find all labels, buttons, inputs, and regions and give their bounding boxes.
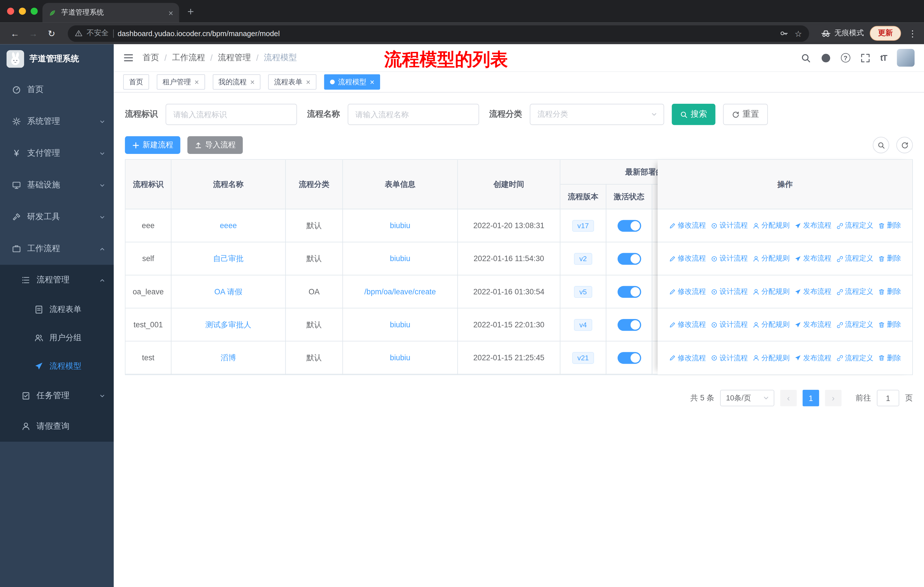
github-icon[interactable]	[821, 53, 831, 63]
show-search-toggle-button[interactable]	[873, 137, 889, 153]
delete-action[interactable]: 删除	[878, 220, 901, 230]
design-process-action[interactable]: 设计流程	[711, 353, 748, 363]
design-process-action[interactable]: 设计流程	[711, 319, 748, 330]
sidebar-item-leave-query[interactable]: 请假查询	[0, 411, 114, 441]
design-process-action[interactable]: 设计流程	[711, 287, 748, 297]
delete-action[interactable]: 删除	[878, 287, 901, 297]
active-toggle[interactable]	[617, 286, 641, 298]
publish-process-action[interactable]: 发布流程	[794, 353, 832, 363]
process-category-select[interactable]: 流程分类	[530, 104, 664, 125]
breadcrumb-home[interactable]: 首页	[143, 53, 159, 63]
active-toggle[interactable]	[617, 253, 641, 265]
process-id-input[interactable]	[165, 104, 297, 125]
bookmark-star-icon[interactable]: ☆	[795, 29, 802, 38]
process-name-input[interactable]	[348, 104, 479, 125]
zoom-window-button[interactable]	[31, 8, 38, 15]
sidebar-item-process-form[interactable]: 流程表单	[0, 296, 114, 324]
process-definition-action[interactable]: 流程定义	[836, 353, 873, 363]
breadcrumb-workflow[interactable]: 工作流程	[172, 53, 205, 63]
sidebar-item-user-group[interactable]: 用户分组	[0, 324, 114, 352]
sidebar-item-payment-mgmt[interactable]: ¥ 支付管理	[0, 137, 114, 169]
browser-tab[interactable]: 芋道管理系统 ×	[42, 3, 179, 22]
url-text[interactable]: dashboard.yudao.iocoder.cn/bpm/manager/m…	[117, 29, 776, 38]
process-name-link[interactable]: 测试多审批人	[205, 319, 251, 330]
edit-process-action[interactable]: 修改流程	[669, 287, 706, 297]
browser-menu-icon[interactable]: ⋮	[908, 28, 917, 39]
process-name-link[interactable]: 自己审批	[213, 253, 244, 264]
sidebar-item-dev-tools[interactable]: 研发工具	[0, 201, 114, 233]
minimize-window-button[interactable]	[19, 8, 26, 15]
tag-close-icon[interactable]: ×	[195, 78, 199, 86]
search-button[interactable]: 搜索	[672, 104, 715, 125]
publish-process-action[interactable]: 发布流程	[794, 220, 832, 230]
sidebar-item-task-mgmt[interactable]: 任务管理	[0, 380, 114, 411]
form-info-link[interactable]: biubiu	[390, 221, 410, 230]
process-name-link[interactable]: eeee	[220, 221, 237, 230]
avatar[interactable]	[897, 49, 914, 67]
tag-tenant-mgmt[interactable]: 租户管理 ×	[157, 74, 205, 89]
tag-close-icon[interactable]: ×	[250, 78, 255, 86]
reload-button[interactable]: ↻	[43, 28, 59, 39]
process-definition-action[interactable]: 流程定义	[836, 287, 873, 297]
delete-action[interactable]: 删除	[878, 254, 901, 264]
help-icon[interactable]: ?	[841, 53, 850, 63]
app-logo[interactable]: 芋道管理系统	[0, 44, 114, 74]
form-info-link[interactable]: biubiu	[390, 353, 410, 362]
active-toggle[interactable]	[617, 352, 641, 364]
assign-rule-action[interactable]: 分配规则	[752, 319, 790, 330]
form-info-link[interactable]: /bpm/oa/leave/create	[364, 287, 436, 296]
assign-rule-action[interactable]: 分配规则	[752, 254, 790, 264]
design-process-action[interactable]: 设计流程	[711, 220, 748, 230]
create-process-button[interactable]: 新建流程	[125, 136, 180, 154]
prev-page-button[interactable]: ‹	[780, 390, 797, 407]
process-name-link[interactable]: OA 请假	[214, 286, 242, 297]
publish-process-action[interactable]: 发布流程	[794, 287, 832, 297]
sidebar-item-process-mgmt[interactable]: 流程管理	[0, 265, 114, 296]
assign-rule-action[interactable]: 分配规则	[752, 353, 790, 363]
address-bar[interactable]: 不安全 dashboard.yudao.iocoder.cn/bpm/manag…	[68, 25, 809, 41]
browser-update-button[interactable]: 更新	[870, 26, 901, 41]
back-button[interactable]: ←	[7, 28, 23, 38]
sidebar-item-infrastructure[interactable]: 基础设施	[0, 169, 114, 201]
sidebar-item-home[interactable]: 首页	[0, 74, 114, 106]
process-definition-action[interactable]: 流程定义	[836, 319, 873, 330]
next-page-button[interactable]: ›	[825, 390, 842, 407]
form-info-link[interactable]: biubiu	[390, 320, 410, 329]
process-definition-action[interactable]: 流程定义	[836, 220, 873, 230]
tag-close-icon[interactable]: ×	[370, 78, 375, 86]
breadcrumb-process-mgmt[interactable]: 流程管理	[218, 53, 251, 63]
edit-process-action[interactable]: 修改流程	[669, 353, 706, 363]
page-size-select[interactable]: 10条/页	[720, 390, 774, 407]
process-definition-action[interactable]: 流程定义	[836, 254, 873, 264]
edit-process-action[interactable]: 修改流程	[669, 254, 706, 264]
page-number-button[interactable]: 1	[803, 390, 819, 407]
process-name-link[interactable]: 滔博	[221, 352, 236, 363]
edit-process-action[interactable]: 修改流程	[669, 220, 706, 230]
tab-close-icon[interactable]: ×	[168, 8, 173, 18]
tag-close-icon[interactable]: ×	[306, 78, 310, 86]
tag-process-form[interactable]: 流程表单 ×	[268, 74, 317, 89]
tag-home[interactable]: 首页	[123, 74, 149, 89]
tag-process-model[interactable]: 流程模型 ×	[324, 74, 380, 89]
refresh-table-button[interactable]	[896, 137, 913, 153]
fullscreen-icon[interactable]	[860, 53, 870, 63]
publish-process-action[interactable]: 发布流程	[794, 254, 832, 264]
close-window-button[interactable]	[7, 8, 14, 15]
header-search-icon[interactable]	[801, 53, 811, 63]
delete-action[interactable]: 删除	[878, 319, 901, 330]
active-toggle[interactable]	[617, 319, 641, 331]
sidebar-fold-icon[interactable]	[123, 53, 134, 63]
assign-rule-action[interactable]: 分配规则	[752, 287, 790, 297]
publish-process-action[interactable]: 发布流程	[794, 319, 832, 330]
sidebar-item-system-mgmt[interactable]: 系统管理	[0, 106, 114, 137]
assign-rule-action[interactable]: 分配规则	[752, 220, 790, 230]
sidebar-item-workflow[interactable]: 工作流程	[0, 233, 114, 265]
security-label[interactable]: 不安全	[86, 28, 109, 38]
password-key-icon[interactable]	[780, 29, 789, 38]
goto-page-input[interactable]	[877, 390, 899, 407]
new-tab-button[interactable]: +	[187, 5, 194, 18]
design-process-action[interactable]: 设计流程	[711, 254, 748, 264]
sidebar-item-process-model[interactable]: 流程模型	[0, 352, 114, 380]
form-info-link[interactable]: biubiu	[390, 254, 410, 263]
reset-button[interactable]: 重置	[723, 104, 767, 125]
